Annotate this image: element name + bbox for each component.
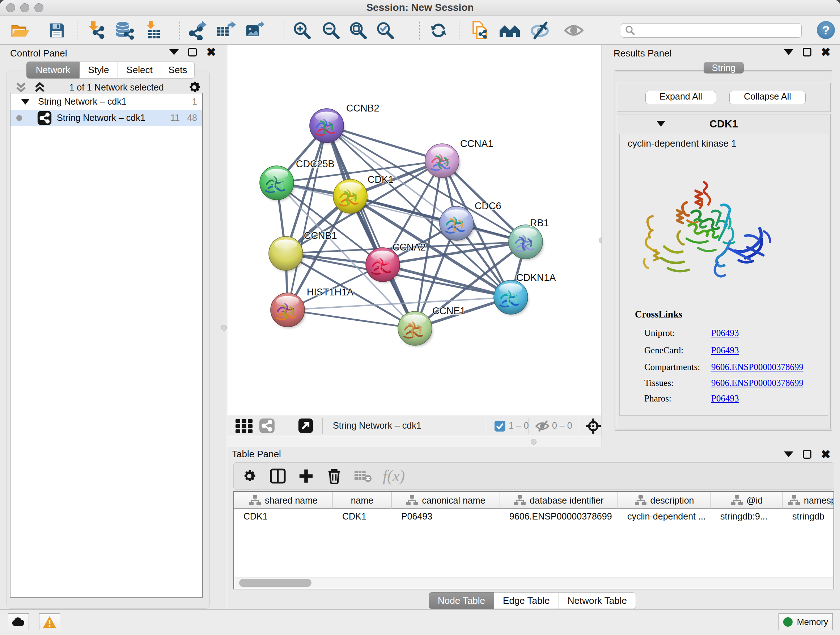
network-row-label: String Network – cdk1 — [57, 112, 145, 123]
tab-network-table[interactable]: Network Table — [559, 592, 636, 609]
collapse-all-button[interactable]: Collapse All — [729, 91, 806, 104]
table-horizontal-scrollbar[interactable] — [235, 577, 833, 588]
table-row[interactable]: CDK1CDK1P064939606.ENSP00000378699cyclin… — [234, 509, 834, 524]
zoom-fit-button[interactable] — [347, 20, 369, 41]
column-header-description[interactable]: description — [618, 492, 711, 509]
ribbon-strand — [647, 216, 653, 238]
show-all-button[interactable] — [563, 20, 584, 41]
tab-select[interactable]: Select — [118, 62, 161, 79]
zoom-out-button[interactable] — [320, 20, 342, 41]
table-toolbar: f(x) — [233, 462, 834, 490]
column-header-shared-name[interactable]: shared name — [234, 492, 333, 509]
results-panel-menu-icon[interactable] — [784, 49, 793, 55]
network-collection-row[interactable]: String Network – cdk1 1 — [11, 93, 202, 110]
zoom-in-button[interactable] — [291, 20, 313, 41]
network-node-CCNA1[interactable]: CCNA1 — [425, 138, 493, 179]
export-table-icon — [216, 21, 236, 40]
export-image-button[interactable] — [244, 20, 266, 41]
zoom-selected-button[interactable] — [374, 20, 396, 41]
selected-checkbox-icon[interactable] — [494, 421, 505, 432]
table-cell[interactable]: P06493 — [392, 509, 500, 524]
delete-table-button[interactable] — [354, 469, 372, 483]
column-header-database-identifier[interactable]: database identifier — [500, 492, 618, 509]
cloud-button[interactable] — [8, 613, 29, 630]
help-button[interactable]: ? — [817, 21, 835, 39]
expand-all-button[interactable]: Expand All — [645, 91, 716, 104]
tab-string[interactable]: String — [704, 62, 744, 73]
left-splitter-handle[interactable] — [221, 325, 227, 331]
import-network-database-button[interactable] — [114, 20, 136, 41]
table-cell[interactable]: stringdb — [783, 509, 834, 524]
detach-view-icon[interactable] — [298, 418, 313, 433]
table-settings-button[interactable] — [242, 469, 257, 484]
network-node-CDKN1A[interactable]: CDKN1A — [494, 272, 556, 315]
save-session-button[interactable] — [46, 20, 68, 41]
fit-selected-icon[interactable] — [586, 418, 601, 434]
first-neighbors-button[interactable] — [499, 20, 521, 41]
crosslink-link[interactable]: P06493 — [711, 345, 739, 356]
refresh-layout-button[interactable] — [428, 20, 450, 41]
export-network-button[interactable] — [186, 20, 208, 41]
network-options-gear-icon[interactable] — [187, 80, 202, 95]
table-panel-menu-icon[interactable] — [784, 451, 793, 457]
column-header-name[interactable]: name — [333, 492, 392, 509]
tab-edge-table[interactable]: Edge Table — [494, 592, 559, 609]
column-header-namespace[interactable]: namespace — [783, 492, 834, 509]
results-panel-float-icon[interactable] — [803, 48, 812, 57]
tab-style[interactable]: Style — [80, 62, 118, 79]
node-label-CCNB2: CCNB2 — [346, 103, 379, 114]
results-panel-close-icon[interactable]: ✖ — [821, 48, 831, 57]
collapse-all-networks-icon[interactable] — [15, 82, 27, 93]
control-panel-close-icon[interactable]: ✖ — [206, 48, 216, 57]
scrollbar-thumb[interactable] — [239, 579, 311, 587]
tab-sets[interactable]: Sets — [161, 62, 195, 79]
crosslink-link[interactable]: 9606.ENSP00000378699 — [711, 378, 804, 388]
delete-column-button[interactable] — [327, 468, 341, 484]
ribbon-strand — [707, 196, 710, 204]
table-cell[interactable]: CDK1 — [333, 509, 392, 524]
ribbon-strand — [704, 182, 707, 195]
import-table-file-icon — [145, 21, 163, 40]
netbar-separator — [284, 418, 284, 434]
splitter-handle[interactable] — [531, 439, 537, 445]
crosslink-link[interactable]: P06493 — [711, 328, 739, 338]
column-header-canonical-name[interactable]: canonical name — [392, 492, 500, 509]
add-column-button[interactable] — [298, 468, 314, 484]
network-node-RB1[interactable]: RB1 — [508, 218, 549, 260]
import-table-file-button[interactable] — [143, 20, 164, 41]
import-network-file-button[interactable] — [85, 20, 107, 41]
network-node-CDC6[interactable]: CDC6 — [439, 201, 501, 241]
collection-expand-icon[interactable] — [21, 98, 30, 105]
table-cell[interactable]: 9606.ENSP00000378699 — [500, 509, 618, 524]
ribbon-strand — [677, 211, 683, 223]
table-panel-float-icon[interactable] — [803, 450, 812, 459]
network-badge-icon[interactable] — [259, 418, 275, 433]
table-cell[interactable]: stringdb:9... — [711, 509, 783, 524]
split-columns-button[interactable] — [270, 469, 286, 484]
table-cell[interactable]: CDK1 — [234, 509, 333, 524]
gene-section-header[interactable]: CDK1 — [617, 114, 830, 133]
grid-view-icon[interactable] — [235, 419, 254, 434]
network-canvas[interactable]: CDK1CCNB1CCNB2CCNA1CCNA2CCNE1CDC25BCDC6C… — [227, 45, 601, 415]
tab-node-table[interactable]: Node Table — [429, 592, 494, 609]
export-table-button[interactable] — [215, 20, 237, 41]
column-header--id[interactable]: @id — [711, 492, 783, 509]
function-builder-button[interactable]: f(x) — [381, 467, 410, 485]
control-panel-menu-icon[interactable] — [169, 49, 179, 55]
crosslink-link[interactable]: 9606.ENSP00000378699 — [711, 362, 804, 372]
table-panel-close-icon[interactable]: ✖ — [821, 450, 831, 459]
network-edge-CCNE1-HIST1H1A[interactable] — [287, 310, 415, 328]
control-panel-float-icon[interactable] — [188, 48, 197, 57]
tab-network[interactable]: Network — [27, 62, 80, 79]
memory-button[interactable]: Memory — [778, 613, 833, 630]
warnings-button[interactable] — [39, 613, 60, 630]
copy-network-button[interactable] — [469, 20, 491, 41]
expand-all-networks-icon[interactable] — [34, 82, 46, 93]
crosslink-link[interactable]: P06493 — [711, 394, 739, 404]
table-cell[interactable]: cyclin-dependent ... — [618, 509, 711, 524]
network-row[interactable]: String Network – cdk1 11 48 — [11, 110, 202, 126]
open-session-button[interactable] — [10, 20, 32, 41]
main-toolbar: ? — [0, 16, 840, 44]
search-input[interactable] — [636, 25, 795, 35]
hide-selected-button[interactable] — [529, 20, 551, 41]
